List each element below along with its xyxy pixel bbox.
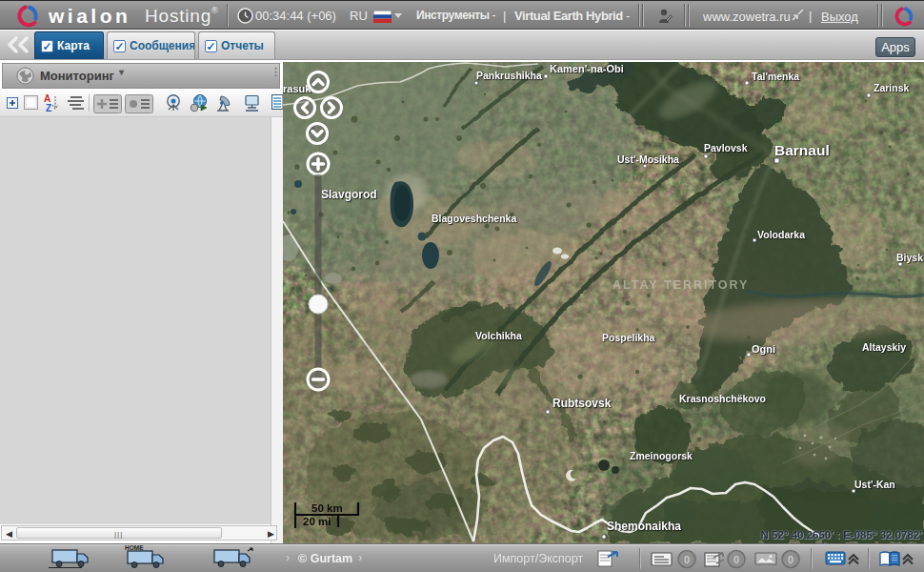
svg-text:Kamen'-na-Obi: Kamen'-na-Obi bbox=[550, 63, 624, 74]
svg-text:Z: Z bbox=[46, 103, 51, 113]
svg-text:0: 0 bbox=[733, 554, 739, 565]
svg-text:Pavlovsk: Pavlovsk bbox=[704, 142, 748, 153]
svg-text:Volodarka: Volodarka bbox=[757, 229, 805, 240]
svg-text:20 mi: 20 mi bbox=[303, 516, 331, 527]
svg-text:Slavgorod: Slavgorod bbox=[321, 188, 377, 201]
svg-text:Ust'-Mosikha: Ust'-Mosikha bbox=[617, 153, 679, 165]
svg-text:Blagoveshchenka: Blagoveshchenka bbox=[432, 213, 516, 224]
svg-text:Pospelikha: Pospelikha bbox=[602, 332, 655, 343]
svg-text:50 km: 50 km bbox=[311, 502, 343, 514]
svg-text:Ust'-Kan: Ust'-Kan bbox=[854, 479, 895, 490]
svg-text:0: 0 bbox=[788, 554, 793, 565]
svg-text:Altayskiy: Altayskiy bbox=[862, 341, 906, 353]
svg-text:N 52° 40.2650' : E-085° 32.078: N 52° 40.2650' : E-085° 32.0782' bbox=[761, 529, 923, 541]
svg-text:Zmeinogorsk: Zmeinogorsk bbox=[630, 450, 693, 461]
svg-text:0: 0 bbox=[684, 554, 690, 565]
svg-text:HOME: HOME bbox=[125, 544, 144, 551]
svg-text:Ogni: Ogni bbox=[752, 343, 775, 355]
svg-text:Volchikha: Volchikha bbox=[475, 330, 522, 341]
svg-text:Krasnoshchëkovo: Krasnoshchëkovo bbox=[679, 393, 766, 404]
svg-text:Biysk: Biysk bbox=[896, 252, 923, 263]
svg-text:Zarinsk: Zarinsk bbox=[874, 82, 910, 93]
svg-text:Rubtsovsk: Rubtsovsk bbox=[552, 397, 612, 410]
svg-text:ALTAY TERRITORY: ALTAY TERRITORY bbox=[613, 278, 749, 292]
svg-text:Pankrushikha: Pankrushikha bbox=[476, 70, 542, 81]
svg-text:Tal'menka: Tal'menka bbox=[752, 71, 799, 82]
svg-text:Shemonaikha: Shemonaikha bbox=[607, 520, 681, 533]
svg-text:Barnaul: Barnaul bbox=[774, 142, 830, 158]
